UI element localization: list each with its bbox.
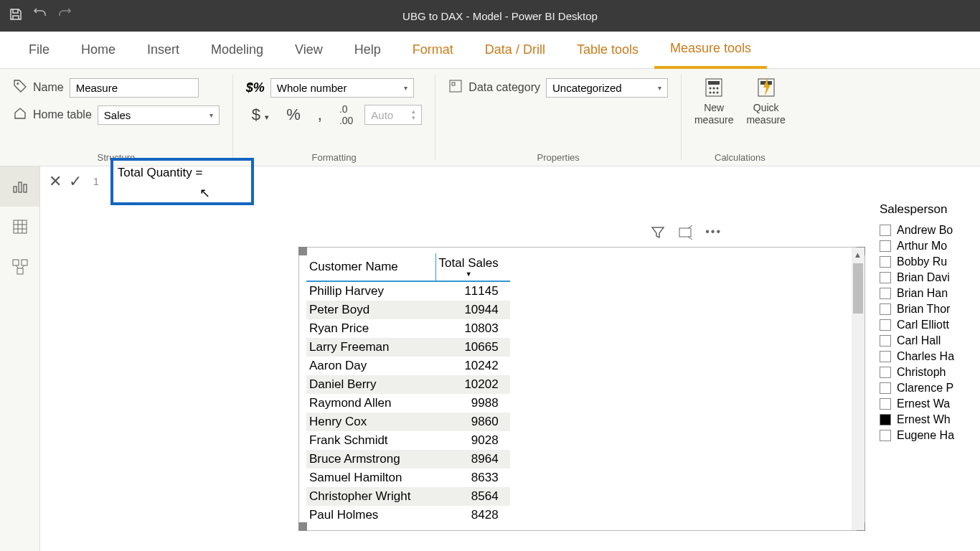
slicer-item[interactable]: Carl Elliott bbox=[880, 317, 980, 333]
ribbon-calculations-group: New measure Quick measure Calculations bbox=[682, 69, 798, 166]
slicer-item[interactable]: Bobby Ru bbox=[880, 254, 980, 270]
formula-line-number: 1 bbox=[89, 176, 103, 187]
report-canvas[interactable]: ••• Customer Name Total Sales▼ Phillip H… bbox=[40, 197, 880, 534]
properties-group-label: Properties bbox=[448, 148, 668, 163]
menu-insert[interactable]: Insert bbox=[131, 32, 195, 69]
save-icon[interactable] bbox=[9, 7, 23, 24]
slicer-item[interactable]: Charles Ha bbox=[880, 349, 980, 364]
slicer-item[interactable]: Clarence P bbox=[880, 380, 980, 396]
decimals-input[interactable]: Auto▴▾ bbox=[364, 105, 422, 125]
undo-icon[interactable] bbox=[33, 7, 47, 24]
slicer-item[interactable]: Eugene Ha bbox=[880, 428, 980, 443]
slicer-item[interactable]: Brian Davi bbox=[880, 270, 980, 286]
table-row[interactable]: Paul Holmes8428 bbox=[306, 506, 510, 524]
table-row[interactable]: Phillip Harvey11145 bbox=[306, 281, 510, 301]
table-row[interactable]: Ryan Price10803 bbox=[306, 319, 510, 338]
checkbox-icon[interactable] bbox=[880, 430, 891, 441]
data-view-button[interactable] bbox=[0, 207, 39, 247]
home-table-dropdown[interactable]: Sales▾ bbox=[98, 105, 220, 125]
table-row[interactable]: Daniel Berry10202 bbox=[306, 375, 510, 394]
table-row[interactable]: Peter Boyd10944 bbox=[306, 301, 510, 319]
slicer-item[interactable]: Ernest Wh bbox=[880, 412, 980, 428]
calculator-icon bbox=[702, 76, 725, 99]
checkbox-icon[interactable] bbox=[880, 240, 891, 252]
table-row[interactable]: Larry Freeman10665 bbox=[306, 338, 510, 357]
menu-modeling[interactable]: Modeling bbox=[195, 32, 279, 69]
slicer-item[interactable]: Brian Thor bbox=[880, 301, 980, 317]
quick-calculator-icon bbox=[755, 76, 778, 99]
model-view-button[interactable] bbox=[0, 247, 39, 287]
checkbox-icon[interactable] bbox=[880, 335, 891, 347]
commit-formula-button[interactable]: ✓ bbox=[69, 172, 82, 191]
formatting-group-label: Formatting bbox=[246, 148, 423, 163]
percent-button[interactable]: % bbox=[281, 104, 306, 126]
ribbon-properties-group: Data category Uncategorized▾ Properties bbox=[435, 69, 681, 166]
checkbox-icon[interactable] bbox=[880, 382, 891, 394]
comma-button[interactable]: , bbox=[312, 104, 328, 126]
menu-help[interactable]: Help bbox=[339, 32, 397, 69]
checkbox-icon[interactable] bbox=[880, 414, 891, 425]
checkbox-icon[interactable] bbox=[880, 272, 891, 283]
window-title: UBG to DAX - Model - Power BI Desktop bbox=[72, 10, 971, 22]
slicer-item[interactable]: Arthur Mo bbox=[880, 238, 980, 254]
menu-file[interactable]: File bbox=[13, 32, 65, 69]
svg-rect-15 bbox=[14, 220, 27, 233]
currency-button[interactable]: $ ▾ bbox=[246, 104, 275, 126]
checkbox-icon[interactable] bbox=[880, 256, 891, 268]
table-row[interactable]: Christopher Wright8564 bbox=[306, 487, 510, 506]
table-row[interactable]: Bruce Armstrong8964 bbox=[306, 450, 510, 468]
menu-data-drill[interactable]: Data / Drill bbox=[469, 32, 561, 69]
menu-measure-tools[interactable]: Measure tools bbox=[654, 32, 767, 69]
more-icon[interactable]: ••• bbox=[705, 225, 722, 242]
table-row[interactable]: Frank Schmidt9028 bbox=[306, 431, 510, 450]
table-row[interactable]: Raymond Allen9988 bbox=[306, 394, 510, 413]
svg-rect-21 bbox=[22, 260, 27, 265]
checkbox-icon[interactable] bbox=[880, 398, 891, 410]
titlebar: UBG to DAX - Model - Power BI Desktop bbox=[0, 0, 980, 32]
table-scrollbar[interactable]: ▲ bbox=[852, 248, 864, 530]
table-row[interactable]: Henry Cox9860 bbox=[306, 413, 510, 431]
menu-table-tools[interactable]: Table tools bbox=[561, 32, 654, 69]
name-label: Name bbox=[33, 81, 64, 94]
report-view-button[interactable] bbox=[0, 166, 39, 207]
focus-icon[interactable] bbox=[678, 225, 692, 242]
name-input[interactable]: Measure bbox=[70, 78, 199, 98]
data-category-dropdown[interactable]: Uncategorized▾ bbox=[546, 78, 668, 98]
table-row[interactable]: Aaron Day10242 bbox=[306, 357, 510, 375]
col-header-sales[interactable]: Total Sales▼ bbox=[435, 253, 510, 281]
slicer-item[interactable]: Brian Han bbox=[880, 286, 980, 301]
svg-point-7 bbox=[710, 92, 712, 94]
decimals-button[interactable]: .0.00 bbox=[334, 102, 359, 128]
format-dropdown[interactable]: Whole number▾ bbox=[270, 78, 414, 98]
table-row[interactable]: Samuel Hamilton8633 bbox=[306, 468, 510, 487]
data-category-label: Data category bbox=[468, 81, 540, 94]
scroll-thumb[interactable] bbox=[853, 263, 863, 314]
slicer-panel: Salesperson Andrew BoArthur MoBobby RuBr… bbox=[880, 197, 980, 534]
svg-rect-12 bbox=[14, 187, 17, 192]
checkbox-icon[interactable] bbox=[880, 319, 891, 331]
checkbox-icon[interactable] bbox=[880, 303, 891, 315]
redo-icon[interactable] bbox=[57, 7, 72, 24]
new-measure-button[interactable]: New measure bbox=[694, 76, 733, 126]
menu-format[interactable]: Format bbox=[397, 32, 469, 69]
formula-bar: ✕ ✓ 1 Total Quantity = ↖ bbox=[40, 166, 980, 197]
col-header-customer[interactable]: Customer Name bbox=[306, 253, 435, 281]
table-visual[interactable]: Customer Name Total Sales▼ Phillip Harve… bbox=[298, 247, 865, 531]
slicer-item[interactable]: Andrew Bo bbox=[880, 222, 980, 238]
filter-icon[interactable] bbox=[651, 225, 665, 242]
quick-measure-button[interactable]: Quick measure bbox=[746, 76, 785, 126]
svg-rect-3 bbox=[708, 81, 720, 85]
svg-line-23 bbox=[16, 265, 19, 268]
slicer-item[interactable]: Ernest Wa bbox=[880, 396, 980, 412]
checkbox-icon[interactable] bbox=[880, 367, 891, 378]
checkbox-icon[interactable] bbox=[880, 288, 891, 299]
svg-line-24 bbox=[22, 265, 24, 268]
cancel-formula-button[interactable]: ✕ bbox=[49, 172, 62, 191]
menu-home[interactable]: Home bbox=[65, 32, 131, 69]
checkbox-icon[interactable] bbox=[880, 351, 891, 362]
menu-view[interactable]: View bbox=[279, 32, 339, 69]
checkbox-icon[interactable] bbox=[880, 225, 891, 236]
slicer-item[interactable]: Christoph bbox=[880, 364, 980, 380]
slicer-item[interactable]: Carl Hall bbox=[880, 333, 980, 349]
calculations-group-label: Calculations bbox=[694, 148, 786, 163]
